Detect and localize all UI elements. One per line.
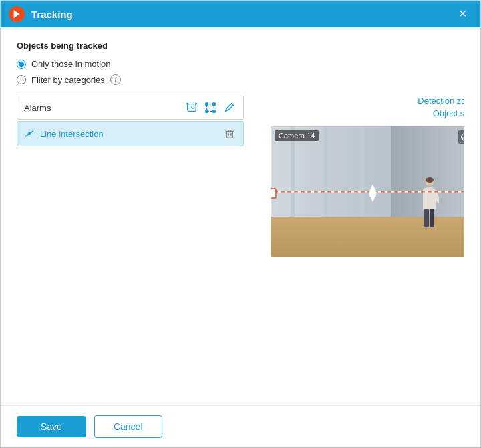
content-area: Objects being tracked Only those in moti… [1, 27, 480, 405]
left-panel: Alarms [17, 96, 244, 395]
intersection-line-svg [271, 126, 464, 257]
radio-motion-label[interactable]: Only those in motion [17, 59, 464, 69]
alarm-clock-button[interactable] [184, 100, 199, 115]
alarm-actions [184, 100, 236, 115]
svg-rect-9 [206, 110, 208, 113]
titlebar: Tracking ✕ [1, 1, 480, 27]
delete-button[interactable] [223, 127, 236, 140]
tracking-dialog: Tracking ✕ Objects being tracked Only th… [0, 0, 481, 448]
footer: Save Cancel [1, 405, 480, 447]
cancel-button[interactable]: Cancel [94, 415, 162, 438]
radio-categories-label[interactable]: Filter by categories i [17, 74, 464, 85]
svg-rect-26 [271, 189, 276, 198]
object-size-link[interactable]: Object size [433, 108, 464, 118]
radio-categories-text: Filter by categories [31, 75, 105, 85]
alarms-row: Alarms [17, 96, 244, 120]
line-icon [24, 128, 35, 139]
selection-box-icon [204, 102, 216, 114]
svg-rect-8 [213, 103, 216, 106]
save-button[interactable]: Save [17, 416, 86, 437]
section-title: Objects being tracked [17, 41, 464, 51]
app-icon [9, 6, 25, 22]
right-links: Detection zone Object size [418, 96, 464, 118]
svg-rect-7 [206, 103, 208, 106]
alarms-label: Alarms [24, 103, 184, 113]
play-icon [12, 9, 21, 19]
pencil-icon [223, 102, 235, 114]
svg-marker-0 [14, 10, 20, 18]
close-button[interactable]: ✕ [453, 6, 472, 22]
svg-marker-29 [369, 193, 377, 202]
list-item-line-intersection[interactable]: Line intersection [17, 121, 244, 146]
tracking-options: Only those in motion Filter by categorie… [17, 59, 464, 85]
pencil-button[interactable] [222, 100, 236, 115]
dialog-title: Tracking [31, 9, 453, 20]
svg-point-13 [29, 133, 31, 135]
svg-rect-14 [227, 131, 233, 138]
diagonal-line-icon [24, 128, 35, 139]
detection-zone-link[interactable]: Detection zone [418, 96, 464, 106]
radio-categories[interactable] [17, 75, 26, 84]
camera-view: Camera 14 [271, 126, 464, 257]
radio-motion[interactable] [17, 60, 26, 69]
main-area: Alarms [17, 96, 464, 395]
svg-rect-10 [213, 110, 216, 113]
intersection-line-container [271, 126, 464, 257]
info-icon: i [110, 74, 121, 85]
right-panel: Detection zone Object size Camera 14 [271, 96, 464, 395]
selection-box-button[interactable] [203, 100, 218, 115]
svg-marker-28 [369, 184, 377, 193]
radio-motion-text: Only those in motion [31, 59, 111, 69]
alarm-clock-icon [186, 102, 198, 114]
trash-icon [224, 128, 235, 139]
list-item-label: Line intersection [40, 129, 223, 139]
